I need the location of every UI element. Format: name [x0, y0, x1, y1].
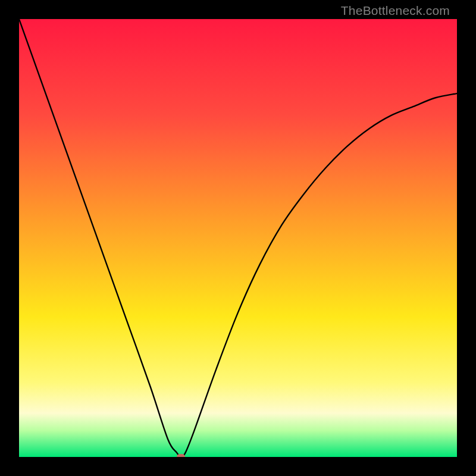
watermark-text: TheBottleneck.com [341, 4, 450, 18]
bottleneck-curve [19, 19, 457, 457]
chart-frame: TheBottleneck.com [0, 0, 476, 476]
plot-area [19, 19, 457, 457]
minimum-marker [177, 454, 185, 457]
